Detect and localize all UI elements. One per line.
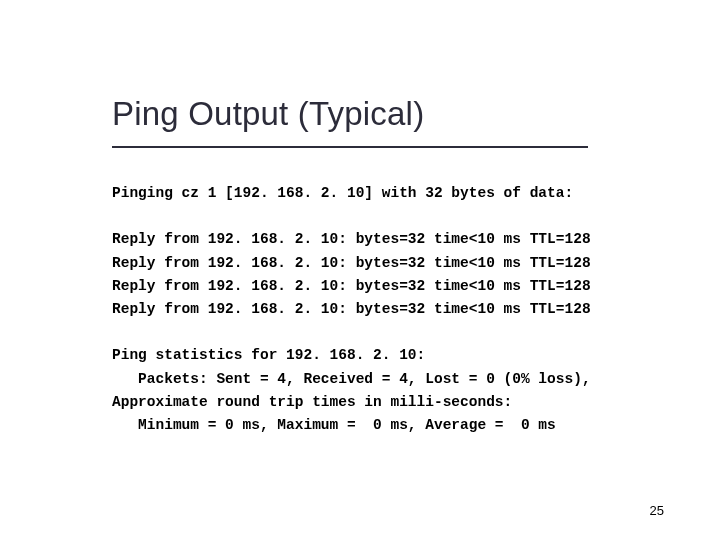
packets-line: Packets: Sent = 4, Received = 4, Lost = … — [112, 371, 591, 387]
title-underline — [112, 146, 588, 148]
reply-line: Reply from 192. 168. 2. 10: bytes=32 tim… — [112, 231, 591, 247]
stats-header-line: Ping statistics for 192. 168. 2. 10: — [112, 347, 425, 363]
rtt-header-line: Approximate round trip times in milli-se… — [112, 394, 512, 410]
slide-body: Pinging cz 1 [192. 168. 2. 10] with 32 b… — [112, 182, 632, 437]
page-number: 25 — [650, 503, 664, 518]
rtt-line: Minimum = 0 ms, Maximum = 0 ms, Average … — [112, 417, 556, 433]
reply-line: Reply from 192. 168. 2. 10: bytes=32 tim… — [112, 301, 591, 317]
slide: Ping Output (Typical) Pinging cz 1 [192.… — [0, 0, 720, 540]
slide-title: Ping Output (Typical) — [112, 95, 424, 133]
reply-line: Reply from 192. 168. 2. 10: bytes=32 tim… — [112, 278, 591, 294]
reply-line: Reply from 192. 168. 2. 10: bytes=32 tim… — [112, 255, 591, 271]
ping-header-line: Pinging cz 1 [192. 168. 2. 10] with 32 b… — [112, 185, 573, 201]
